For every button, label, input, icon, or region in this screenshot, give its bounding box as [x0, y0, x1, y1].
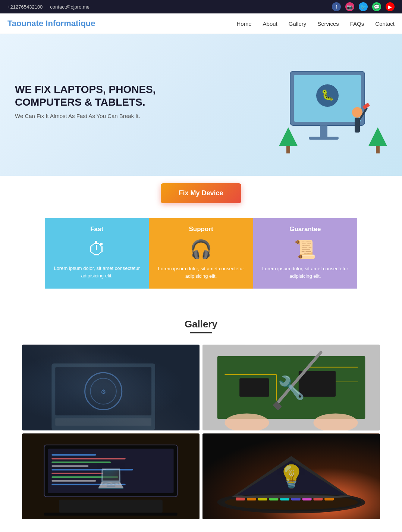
- card-guarantee: Guarantee 📜 Lorem ipsum dolor, sit amet …: [253, 218, 357, 289]
- svg-rect-27: [239, 378, 269, 397]
- svg-rect-42: [51, 476, 118, 478]
- instagram-icon[interactable]: 📷: [345, 2, 354, 11]
- card-fast-title: Fast: [51, 225, 143, 233]
- facebook-icon[interactable]: f: [332, 2, 341, 11]
- hero-section: WE FIX LAPTOPS, PHONES, COMPUTERS & TABL…: [0, 34, 402, 176]
- nav-services[interactable]: Services: [317, 21, 339, 27]
- card-fast-text: Lorem ipsum dolor, sit amet consectetur …: [51, 265, 143, 279]
- svg-text:⚙: ⚙: [101, 389, 106, 395]
- nav-about[interactable]: About: [263, 21, 277, 27]
- nav-links: Home About Gallery Services FAQs Contact: [237, 21, 395, 27]
- svg-rect-38: [51, 461, 111, 463]
- svg-rect-54: [236, 498, 245, 501]
- svg-rect-39: [51, 465, 88, 467]
- whatsapp-icon[interactable]: 💬: [372, 2, 381, 11]
- hero-subtitle: We Can Fix It Almost As Fast As You Can …: [15, 113, 220, 119]
- svg-rect-20: [55, 418, 151, 426]
- card-guarantee-title: Guarantee: [259, 225, 351, 233]
- svg-rect-41: [51, 473, 103, 474]
- svg-rect-55: [247, 498, 256, 501]
- svg-point-17: [85, 373, 122, 410]
- twitter-icon[interactable]: 🐦: [359, 2, 368, 11]
- hero-text: WE FIX LAPTOPS, PHONES, COMPUTERS & TABL…: [15, 83, 220, 134]
- svg-marker-12: [368, 127, 387, 146]
- top-bar: +212765432100 contact@ojpro.me f 📷 🐦 💬 ▶: [0, 0, 402, 13]
- card-guarantee-text: Lorem ipsum dolor, sit amet consectetur …: [259, 265, 351, 280]
- card-support-text: Lorem ipsum dolor, sit amet consectetur …: [155, 265, 247, 280]
- card-support: Support 🎧 Lorem ipsum dolor, sit amet co…: [149, 218, 253, 289]
- gallery-grid: ⚙: [22, 345, 380, 519]
- gallery-title: Gallery: [7, 318, 395, 330]
- youtube-icon[interactable]: ▶: [386, 2, 395, 11]
- card-fast: Fast ⏱ Lorem ipsum dolor, sit amet conse…: [45, 218, 149, 289]
- svg-rect-3: [309, 137, 339, 140]
- brand-logo[interactable]: Taounate Informatique: [7, 19, 95, 28]
- svg-rect-7: [355, 118, 360, 133]
- gallery-underline: [190, 332, 212, 333]
- gallery-image-3[interactable]: [22, 433, 200, 519]
- top-bar-contacts: +212765432100 contact@ojpro.me: [7, 4, 89, 10]
- svg-rect-43: [51, 480, 96, 482]
- gallery-section: Gallery ⚙: [0, 304, 402, 532]
- svg-rect-40: [51, 469, 133, 470]
- svg-rect-46: [59, 500, 163, 513]
- svg-rect-15: [51, 364, 155, 430]
- gallery-svg-3: [22, 433, 200, 519]
- guarantee-icon: 📜: [259, 239, 351, 260]
- svg-marker-10: [279, 127, 298, 146]
- gallery-svg-2: [202, 345, 380, 430]
- svg-rect-36: [51, 454, 96, 456]
- svg-rect-16: [55, 367, 151, 415]
- nav-home[interactable]: Home: [237, 21, 252, 27]
- svg-rect-2: [320, 125, 327, 137]
- svg-rect-11: [286, 146, 290, 153]
- svg-rect-47: [44, 513, 178, 516]
- features-cards: Fast ⏱ Lorem ipsum dolor, sit amet conse…: [0, 218, 402, 304]
- hero-illustration: 🐛: [268, 60, 387, 157]
- gallery-image-4[interactable]: [202, 433, 380, 519]
- svg-rect-14: [22, 345, 200, 430]
- svg-point-63: [232, 495, 350, 498]
- svg-text:🐛: 🐛: [321, 89, 334, 101]
- navbar: Taounate Informatique Home About Gallery…: [0, 13, 402, 34]
- nav-gallery[interactable]: Gallery: [289, 21, 307, 27]
- gallery-image-2[interactable]: [202, 345, 380, 430]
- email-address[interactable]: contact@ojpro.me: [50, 4, 89, 10]
- card-support-title: Support: [155, 225, 247, 233]
- fast-icon: ⏱: [51, 239, 143, 259]
- hero-title: WE FIX LAPTOPS, PHONES, COMPUTERS & TABL…: [15, 83, 220, 108]
- computer-svg: 🐛: [268, 60, 387, 157]
- cta-container: Fix My Device: [0, 183, 402, 203]
- svg-point-18: [90, 378, 116, 404]
- svg-rect-28: [299, 371, 336, 396]
- gallery-image-1[interactable]: ⚙: [22, 345, 200, 430]
- gallery-svg-4: [202, 433, 380, 519]
- nav-contact[interactable]: Contact: [375, 21, 395, 27]
- svg-rect-13: [376, 146, 380, 153]
- nav-faqs[interactable]: FAQs: [350, 21, 364, 27]
- phone-number[interactable]: +212765432100: [7, 4, 43, 10]
- svg-rect-44: [51, 484, 125, 485]
- gallery-svg-1: ⚙: [22, 345, 200, 430]
- svg-rect-37: [51, 458, 125, 459]
- fix-device-button[interactable]: Fix My Device: [161, 183, 241, 203]
- support-icon: 🎧: [155, 239, 247, 260]
- social-icons: f 📷 🐦 💬 ▶: [332, 2, 395, 11]
